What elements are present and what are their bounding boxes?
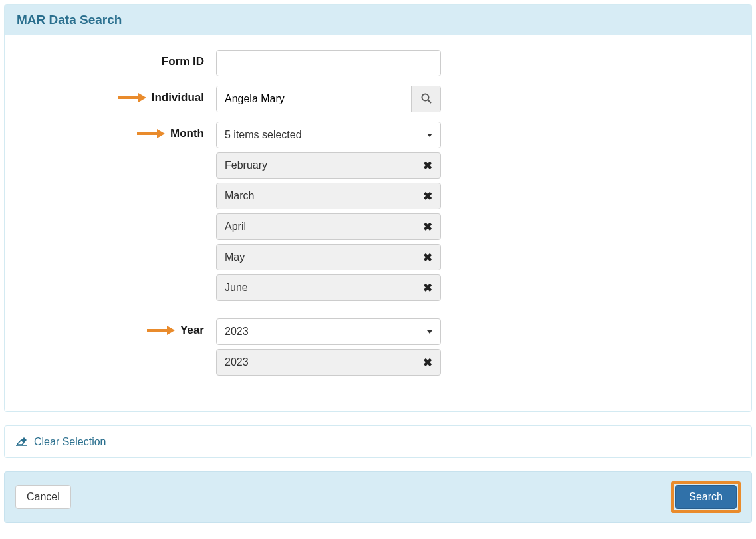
form-id-input[interactable] [216,50,441,76]
search-button[interactable]: Search [675,485,737,509]
month-tag: February ✖ [216,152,441,179]
svg-line-3 [428,100,431,103]
close-icon[interactable]: ✖ [423,220,432,234]
arrow-icon [118,93,146,102]
caret-down-icon [427,134,432,137]
year-tag-label: 2023 [225,356,249,368]
search-panel: MAR Data Search Form ID Individual [4,4,752,412]
label-form-id: Form ID [162,55,204,68]
svg-point-2 [422,94,428,100]
svg-marker-1 [138,93,146,102]
clear-selection-link[interactable]: Clear Selection [34,436,106,448]
month-tag-label: April [225,221,246,233]
row-month: Month 5 items selected February ✖ March … [17,122,739,301]
row-year: Year 2023 2023 ✖ [17,318,739,376]
month-tag: May ✖ [216,244,441,270]
arrow-icon [147,326,175,335]
search-icon [421,93,432,106]
label-individual: Individual [152,91,204,104]
close-icon[interactable]: ✖ [423,356,432,370]
month-tag-label: June [225,282,248,294]
month-select[interactable]: 5 items selected [216,122,441,148]
label-month: Month [170,127,204,140]
individual-search-button[interactable] [411,86,440,112]
search-highlight: Search [671,481,741,513]
row-individual: Individual [17,86,739,112]
close-icon[interactable]: ✖ [423,281,432,295]
month-tag: March ✖ [216,183,441,209]
month-select-summary: 5 items selected [225,129,302,141]
cancel-button[interactable]: Cancel [15,485,71,509]
month-tag-label: March [225,190,254,202]
panel-title: MAR Data Search [5,5,751,35]
clear-selection-panel: Clear Selection [4,425,752,458]
row-form-id: Form ID [17,50,739,76]
month-tag: April ✖ [216,213,441,240]
close-icon[interactable]: ✖ [423,251,432,265]
month-tag: June ✖ [216,274,441,301]
close-icon[interactable]: ✖ [423,159,432,173]
close-icon[interactable]: ✖ [423,189,432,203]
individual-input[interactable] [217,86,411,112]
month-tag-label: February [225,160,267,171]
year-tag: 2023 ✖ [216,349,441,376]
individual-lookup [216,86,441,112]
eraser-icon [15,435,27,448]
caret-down-icon [427,330,432,334]
year-select-summary: 2023 [225,326,249,338]
month-tag-label: May [225,251,245,263]
svg-marker-7 [167,326,175,335]
action-bar: Cancel Search [4,471,752,523]
form-body: Form ID Individual [5,35,751,411]
year-select[interactable]: 2023 [216,318,441,345]
label-year: Year [180,324,204,337]
svg-marker-5 [157,129,165,138]
arrow-icon [137,129,165,138]
